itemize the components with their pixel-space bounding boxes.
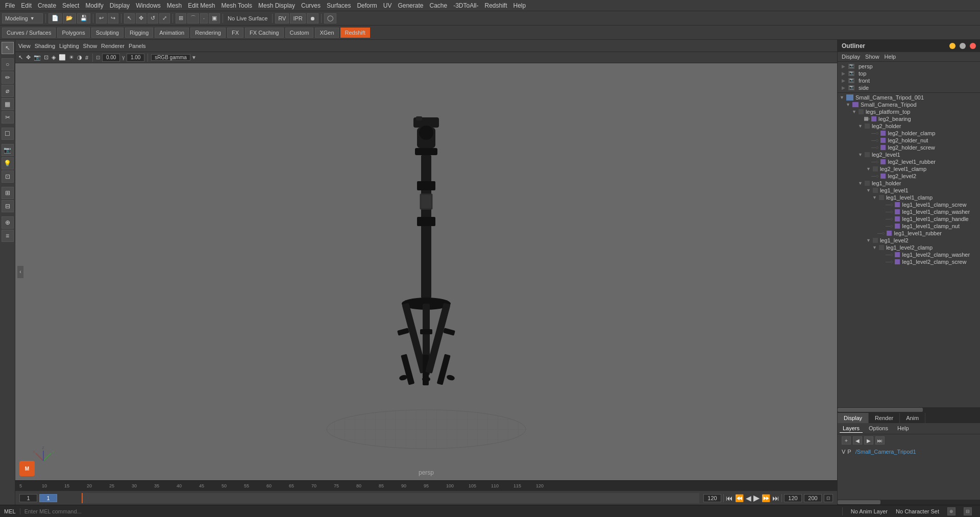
tree-item-19[interactable]: —○ leg1_level1_rubber [838, 230, 980, 237]
menu-generate[interactable]: Generate [395, 1, 426, 10]
step-forward-btn[interactable]: ⏩ [762, 494, 770, 502]
menu-display[interactable]: Display [107, 1, 133, 10]
menu-edit-mesh[interactable]: Edit Mesh [185, 1, 218, 10]
tree-item-5[interactable]: —○ leg2_holder_clamp [838, 130, 980, 137]
tab-display[interactable]: Display [838, 413, 869, 423]
tree-item-16[interactable]: —○ leg1_level1_clamp_washer [838, 208, 980, 215]
menu-select[interactable]: Select [59, 1, 82, 10]
tree-item-23[interactable]: —○ leg1_level2_clamp_screw [838, 258, 980, 265]
lower-panel-h-scrollbar[interactable] [838, 500, 980, 505]
shelf-custom[interactable]: Custom [285, 28, 314, 38]
timeline-settings-btn[interactable]: ⊡ [824, 494, 833, 502]
sculpt-btn[interactable]: ⌀ [2, 85, 14, 97]
viewport-menu-view[interactable]: View [18, 43, 31, 49]
tree-item-7[interactable]: —○ leg2_holder_screw [838, 144, 980, 151]
start-frame-input[interactable] [19, 494, 37, 502]
color-space-dropdown[interactable]: ▼ [191, 55, 197, 60]
menu-edit[interactable]: Edit [18, 1, 35, 10]
show-silhouette-btn[interactable]: ◯ [324, 13, 336, 23]
menu-deform[interactable]: Deform [354, 1, 380, 10]
range-end-input[interactable] [703, 494, 721, 502]
current-frame-input[interactable] [39, 494, 57, 502]
vt-camera-btn[interactable]: 📷 [33, 54, 42, 61]
shelf-animation[interactable]: Animation [155, 28, 189, 38]
window-minimize-btn[interactable] [949, 43, 955, 49]
tree-item-8[interactable]: ▼ leg2_level1 [838, 151, 980, 158]
tree-item-root[interactable]: ▼ Small_Camera_Tripod_001 [838, 94, 980, 101]
camera-btn[interactable]: 📷 [2, 144, 14, 156]
redo-btn[interactable]: ↪ [108, 13, 118, 23]
render-view-btn[interactable]: RV [275, 13, 289, 23]
status-icon-1[interactable]: ⊕ [947, 507, 955, 515]
tree-item-22[interactable]: —○ leg1_level2_clamp_washer [838, 251, 980, 258]
menu-mesh-display[interactable]: Mesh Display [255, 1, 298, 10]
new-scene-btn[interactable]: 📄 [48, 13, 62, 23]
viewport-left-arrow[interactable]: ‹ [17, 266, 23, 278]
shelf-rigging[interactable]: Rigging [125, 28, 153, 38]
viewport-menu-show[interactable]: Show [83, 43, 97, 49]
snap-curve-btn[interactable]: ⌒ [187, 13, 199, 23]
shelf-xgen[interactable]: XGen [315, 28, 338, 38]
vt-select-btn[interactable]: ↖ [17, 54, 24, 61]
tree-item-14[interactable]: ▼ leg1_level1_clamp [838, 194, 980, 201]
menu-surfaces[interactable]: Surfaces [324, 1, 354, 10]
tree-item-6[interactable]: —○ leg2_holder_nut [838, 137, 980, 144]
workspace-selector[interactable]: Modeling ▼ [2, 13, 43, 23]
sub-tab-layers[interactable]: Layers [840, 424, 863, 433]
shelf-rendering[interactable]: Rendering [190, 28, 226, 38]
tree-item-9[interactable]: —○ leg2_level1_rubber [838, 158, 980, 165]
timeline-track[interactable] [82, 493, 699, 503]
lasso-select-btn[interactable]: ○ [2, 58, 14, 70]
tree-item-11[interactable]: —○ leg2_level2 [838, 173, 980, 180]
step-back-btn[interactable]: ⏪ [735, 494, 744, 502]
exposure-input[interactable] [102, 54, 120, 62]
playback-range-end-input[interactable] [804, 494, 822, 502]
snap-grid-btn[interactable]: ⊞ [176, 13, 186, 23]
lower-panel-scrollbar-thumb[interactable] [838, 500, 880, 504]
menu-file[interactable]: File [2, 1, 18, 10]
outliner-menu-display[interactable]: Display [842, 54, 860, 60]
render-seq-btn[interactable]: ⏺ [307, 13, 318, 23]
tree-item-2[interactable]: ▼ legs_platform_top [838, 108, 980, 115]
prev-keyframe-btn[interactable]: ⏮ [726, 494, 733, 502]
tree-item-15[interactable]: —○ leg1_level1_clamp_screw [838, 201, 980, 208]
display-mode-btn[interactable]: ☐ [2, 128, 14, 140]
window-close-btn[interactable] [970, 43, 976, 49]
select-tool-btn[interactable]: ↖ [124, 13, 135, 23]
vt-light-btn[interactable]: ☀ [68, 54, 75, 61]
particles-btn[interactable]: ⊕ [2, 216, 14, 229]
viewport-menu-renderer[interactable]: Renderer [101, 43, 125, 49]
menu-cache[interactable]: Cache [426, 1, 450, 10]
outliner-menu-show[interactable]: Show [865, 54, 879, 60]
gamma-input[interactable] [127, 54, 144, 62]
sub-tab-options[interactable]: Options [866, 424, 891, 433]
tree-item-1[interactable]: ▼ Small_Camera_Tripod [838, 101, 980, 108]
play-btn[interactable]: ▶ [753, 493, 760, 503]
move-tool-btn[interactable]: ✥ [136, 13, 146, 23]
tree-item-4[interactable]: ▼ leg2_holder [838, 122, 980, 130]
animation-btn[interactable]: ⊡ [2, 170, 14, 183]
open-scene-btn[interactable]: 📂 [63, 13, 76, 23]
viewport-menu-panels[interactable]: Panels [129, 43, 146, 49]
menu-create[interactable]: Create [35, 1, 59, 10]
tree-item-17[interactable]: —○ leg1_level1_clamp_handle [838, 215, 980, 223]
undo-btn[interactable]: ↩ [96, 13, 107, 23]
effects-btn[interactable]: ≡ [2, 230, 14, 242]
vt-shadow-btn[interactable]: ◑ [76, 54, 83, 61]
snap-surface-btn[interactable]: ▣ [209, 13, 220, 23]
sub-tab-help[interactable]: Help [894, 424, 912, 433]
snap-point-btn[interactable]: · [200, 13, 208, 23]
menu-modify[interactable]: Modify [82, 1, 106, 10]
mel-input[interactable] [20, 505, 842, 517]
paint-select-btn[interactable]: ✏ [2, 71, 14, 84]
render-all-btn[interactable]: ⊟ [2, 200, 14, 212]
playback-end-input[interactable] [784, 494, 802, 502]
vt-grid-btn[interactable]: # [84, 55, 89, 61]
menu-mesh[interactable]: Mesh [164, 1, 185, 10]
layer-prev-btn[interactable]: ◀ [853, 436, 862, 445]
vt-move-btn[interactable]: ✥ [25, 54, 32, 61]
shelf-polygons[interactable]: Polygons [57, 28, 89, 38]
tree-item-12[interactable]: ▼ leg1_holder [838, 180, 980, 187]
light-btn[interactable]: 💡 [2, 157, 14, 169]
tab-render[interactable]: Render [869, 413, 900, 423]
